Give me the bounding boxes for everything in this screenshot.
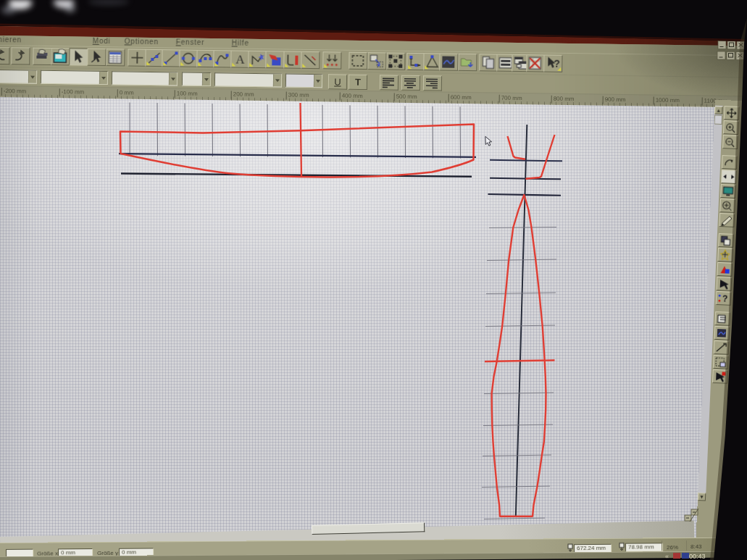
svg-text:?: ? [722,293,728,304]
svg-text:A: A [235,53,245,67]
svg-text:?: ? [554,58,560,70]
